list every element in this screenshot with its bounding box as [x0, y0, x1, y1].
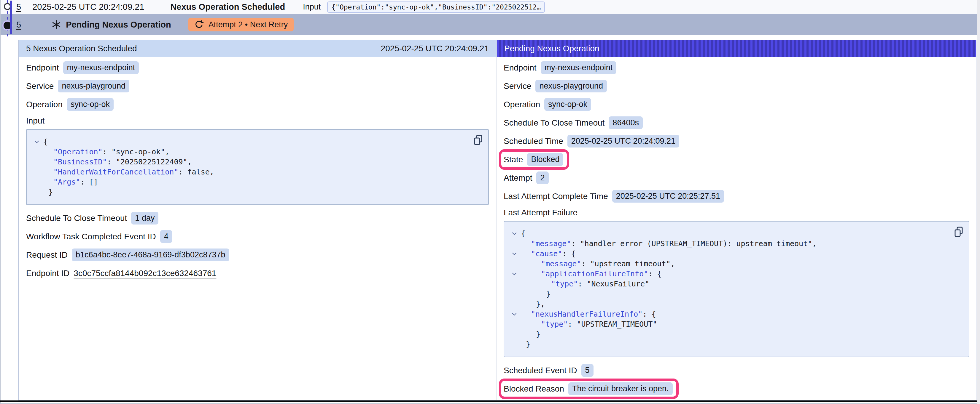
- field-label: Operation: [504, 100, 540, 109]
- code-line: "message": "handler error (UPSTREAM_TIME…: [512, 239, 961, 249]
- field-label: Endpoint ID: [26, 269, 69, 278]
- code-text: "Operation": "sync-op-ok",: [43, 147, 169, 157]
- code-line: {: [512, 229, 961, 239]
- code-gutter: [34, 177, 43, 187]
- field-row-inner: Scheduled Time2025-02-25 UTC 20:24:09.21: [504, 135, 679, 147]
- field-row-inner: Endpoint ID3c0c75ccfa8144b092c13ce632463…: [26, 269, 216, 278]
- field-row-workflow-task-completed-event-id: Workflow Task Completed Event ID4: [26, 230, 489, 243]
- code-line: },: [512, 299, 961, 309]
- json-text: : "sync-op-ok",: [103, 147, 170, 156]
- scheduled-event-header-time: 2025-02-25 UTC 20:24:09.21: [381, 44, 489, 53]
- event-name: Nexus Operation Scheduled: [170, 2, 285, 12]
- code-text: "applicationFailureInfo": {: [521, 269, 662, 279]
- event-timestamp: 2025-02-25 UTC 20:24:09.21: [32, 2, 144, 12]
- json-text: },: [536, 300, 545, 308]
- copy-icon[interactable]: [954, 226, 963, 238]
- field-row-inner: Servicenexus-playground: [26, 80, 129, 92]
- scheduled-event-detail-pane: 5 Nexus Operation Scheduled 2025-02-25 U…: [19, 40, 497, 400]
- field-row-inner: Request IDb1c6a4bc-8ee7-468a-9169-df3b02…: [26, 249, 229, 261]
- field-label: Last Attempt Complete Time: [504, 192, 608, 201]
- field-label: Scheduled Time: [504, 136, 563, 146]
- json-text: : "upstream timeout",: [581, 260, 675, 268]
- json-key: "cause": [531, 249, 562, 258]
- code-gutter: [512, 330, 521, 339]
- event-id-link[interactable]: 5: [16, 2, 21, 12]
- event-detail-panel: 5 Nexus Operation Scheduled 2025-02-25 U…: [18, 40, 977, 401]
- field-row-endpoint: Endpointmy-nexus-endpoint: [504, 61, 969, 74]
- code-line: {: [34, 137, 480, 147]
- code-text: {: [43, 137, 48, 147]
- field-row-schedule-to-close-timeout: Schedule To Close Timeout86400s: [504, 116, 969, 130]
- json-text: : []: [80, 178, 98, 186]
- json-key: "nexusHandlerFailureInfo": [531, 310, 643, 318]
- attempt-retry-badge: Attempt 2 • Next Retry: [188, 18, 294, 32]
- pending-event-id-link[interactable]: 5: [16, 20, 21, 30]
- code-text: "message": "handler error (UPSTREAM_TIME…: [521, 239, 816, 249]
- code-line: }: [34, 187, 480, 197]
- chevron-down-icon[interactable]: [512, 269, 521, 279]
- code-text: "type": "NexusFailure": [521, 279, 649, 289]
- field-label: Workflow Task Completed Event ID: [26, 232, 156, 241]
- field-label: Endpoint: [26, 63, 59, 73]
- code-line: "nexusHandlerFailureInfo": {: [512, 309, 961, 319]
- json-key: "applicationFailureInfo": [541, 269, 648, 278]
- field-row-state: StateBlocked: [504, 153, 969, 166]
- chevron-down-icon[interactable]: [512, 309, 521, 319]
- code-line: "HandlerWaitForCancellation": false,: [34, 167, 480, 177]
- field-row-attempt: Attempt2: [504, 171, 969, 185]
- field-row-service: Servicenexus-playground: [504, 79, 969, 93]
- pending-operation-header: Pending Nexus Operation: [497, 40, 976, 57]
- code-gutter: [512, 279, 521, 289]
- field-row-inner: StateBlocked: [504, 153, 563, 166]
- field-value-link-endpoint-id[interactable]: 3c0c75ccfa8144b092c13ce632463761: [73, 269, 216, 278]
- field-value-chip-attempt: 2: [536, 171, 549, 184]
- copy-icon[interactable]: [473, 135, 483, 146]
- json-text: : {: [643, 310, 656, 318]
- code-line: "Args": []: [34, 177, 480, 187]
- field-value-chip-state: Blocked: [527, 153, 563, 166]
- event-input-label: Input: [303, 2, 321, 11]
- code-line: "applicationFailureInfo": {: [512, 269, 961, 279]
- code-text: },: [521, 299, 545, 309]
- event-input-preview-chip[interactable]: {"Operation":"sync-op-ok","BusinessID":"…: [327, 2, 545, 13]
- field-label-last-attempt-failure: Last Attempt Failure: [504, 208, 969, 217]
- json-text: : "NexusFailure": [578, 280, 649, 288]
- field-row-inner: Operationsync-op-ok: [504, 98, 591, 111]
- field-value-chip-request-id: b1c6a4bc-8ee7-468a-9169-df3b02c8737b: [72, 249, 229, 261]
- code-text: "cause": {: [521, 249, 576, 259]
- json-text: {: [521, 229, 525, 238]
- field-row-inner: Workflow Task Completed Event ID4: [26, 230, 172, 243]
- field-value-chip-blocked-reason: The circuit breaker is open.: [568, 382, 673, 395]
- json-text: {: [43, 138, 48, 146]
- code-line: }: [512, 289, 961, 299]
- event-row-nexus-operation-scheduled[interactable]: 5 2025-02-25 UTC 20:24:09.21 Nexus Opera…: [1, 0, 977, 14]
- vertical-scrollbar[interactable]: [977, 0, 980, 404]
- chevron-down-icon[interactable]: [512, 229, 521, 239]
- code-line: "cause": {: [512, 249, 961, 259]
- code-line: "type": "NexusFailure": [512, 279, 961, 289]
- code-gutter: [34, 147, 43, 157]
- field-row-blocked-reason: Blocked ReasonThe circuit breaker is ope…: [504, 382, 969, 395]
- code-text: }: [43, 187, 53, 197]
- code-gutter: [512, 299, 521, 309]
- json-key: "type": [551, 280, 578, 288]
- field-row-endpoint-id: Endpoint ID3c0c75ccfa8144b092c13ce632463…: [26, 266, 489, 280]
- json-key: "HandlerWaitForCancellation": [53, 168, 178, 176]
- field-value-chip-service: nexus-playground: [535, 80, 607, 92]
- field-value-chip-last-attempt-complete-time: 2025-02-25 UTC 20:25:27.51: [612, 190, 724, 203]
- field-row-operation: Operationsync-op-ok: [504, 98, 969, 111]
- pending-operation-detail-pane: Pending Nexus Operation Endpointmy-nexus…: [497, 40, 976, 400]
- last-attempt-failure-code-block: {"message": "handler error (UPSTREAM_TIM…: [504, 221, 969, 357]
- code-line: "BusinessID": "20250225122409",: [34, 157, 480, 167]
- field-row-inner: Blocked ReasonThe circuit breaker is ope…: [504, 382, 673, 395]
- pending-nexus-operation-row[interactable]: 5 Pending Nexus Operation Attempt 2 • Ne…: [1, 14, 977, 35]
- field-value-chip-schedule-to-close-timeout: 86400s: [609, 116, 643, 129]
- json-text: }: [48, 188, 53, 196]
- chevron-down-icon[interactable]: [512, 249, 521, 259]
- json-key: "Args": [53, 178, 80, 186]
- json-key: "type": [541, 320, 568, 328]
- json-text: : "20250225122409",: [107, 158, 192, 166]
- chevron-down-icon[interactable]: [34, 137, 43, 147]
- code-gutter: [34, 157, 43, 167]
- window-bottom-edge: [0, 401, 980, 402]
